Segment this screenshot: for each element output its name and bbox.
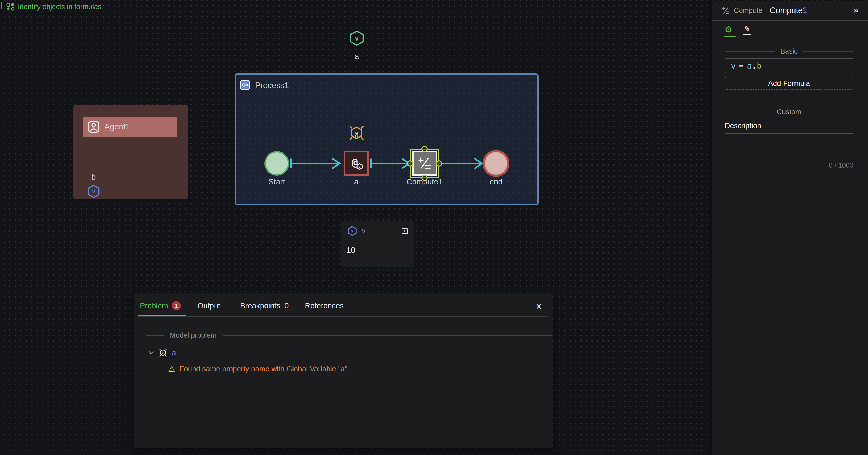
tabbar-divider (725, 37, 854, 37)
identify-objects-toolbar[interactable]: Identify objects in formulas (6, 3, 101, 11)
char-counter: 0 / 1000 (725, 161, 854, 169)
agent-person-icon (88, 121, 100, 133)
identify-objects-label: Identify objects in formulas (18, 3, 101, 11)
agent-variable-node[interactable]: v (87, 184, 100, 198)
global-variable-label: a (331, 52, 383, 61)
port-handle-top[interactable] (422, 146, 428, 152)
agent-header[interactable]: Agent1 (83, 117, 177, 137)
problem-tree-item: v a (148, 348, 176, 357)
problem-warning-row: ⚠ Found same property name with Global V… (168, 364, 347, 373)
node-type-label: Compute (734, 6, 763, 14)
breakpoints-count: 0 (284, 301, 288, 310)
chevron-down-icon[interactable] (148, 350, 154, 356)
compute-icon (418, 157, 431, 170)
basic-section-title: Basic (780, 47, 798, 56)
port-handle-left[interactable] (407, 160, 413, 167)
start-node[interactable] (265, 151, 289, 176)
end-node[interactable] (483, 150, 509, 177)
canvas-scrollbar[interactable] (1, 2, 2, 9)
problem-count-badge: 1 (172, 301, 181, 311)
objects-icon (6, 3, 14, 11)
properties-panel: Compute Compute1 » ⚙ ✎ Basic v = a . b A… (712, 1, 868, 455)
tab-problem[interactable]: Problem 1 (140, 301, 181, 311)
node-name-title: Compute1 (770, 6, 807, 15)
formula-dot: . (752, 61, 757, 70)
agent-variable-label: b (67, 172, 120, 182)
agent-reference-label: a (330, 177, 382, 186)
problem-object-link[interactable]: a (172, 349, 176, 357)
compute-node[interactable] (412, 151, 437, 176)
formula-object: a (747, 61, 752, 70)
value-card-name: v (362, 227, 366, 235)
card-divider (341, 241, 414, 241)
agent-title: Agent1 (104, 122, 130, 132)
bottom-panel-tabbar: Problem 1 Output Breakpoints 0 Reference… (140, 301, 344, 311)
description-textarea[interactable] (725, 133, 854, 159)
active-tab-underline (724, 36, 736, 37)
canvas[interactable]: Identify objects in formulas v a Process… (0, 0, 868, 455)
hexagon-letter: v (349, 30, 364, 46)
property-hexagon-icon: v (158, 348, 167, 357)
formula-equals: = (736, 61, 747, 70)
description-label: Description (725, 122, 761, 130)
formula-property: b (757, 61, 762, 70)
svg-text:v: v (359, 165, 361, 169)
port-handle-right[interactable] (436, 160, 442, 167)
add-formula-button[interactable]: Add Formula (725, 77, 854, 90)
terminal-icon[interactable] (402, 228, 408, 234)
basic-section-header: Basic (725, 47, 854, 56)
model-problem-title: Model problem (170, 331, 217, 339)
model-problem-section: Model problem (146, 331, 552, 339)
tabbar-divider (138, 316, 548, 317)
warning-icon: ⚠ (168, 364, 175, 373)
properties-tabbar: ⚙ ✎ (725, 24, 854, 34)
process-icon (240, 80, 250, 90)
value-inspector-card: v v 10 (341, 221, 414, 267)
warning-message: Found same property name with Global Var… (180, 365, 347, 373)
global-variable-node[interactable]: v (349, 30, 364, 46)
tab-settings gear-icon[interactable]: ⚙ (725, 24, 733, 34)
properties-header: Compute Compute1 » (712, 1, 868, 21)
compute-node-label: Compute1 (398, 177, 451, 186)
tab-breakpoints[interactable]: Breakpoints 0 (240, 301, 288, 310)
start-node-label: Start (251, 177, 303, 186)
process-property-label: a (331, 130, 383, 139)
at-variable-icon: @ v (349, 156, 364, 171)
compute-type-icon (722, 6, 730, 14)
bottom-panel: Problem 1 Output Breakpoints 0 Reference… (134, 293, 553, 448)
hexagon-letter: v (87, 184, 100, 198)
formula-input[interactable]: v = a . b (725, 58, 854, 73)
value-card-value: 10 (346, 246, 355, 255)
end-node-label: end (470, 177, 522, 186)
tab-edit pencil-icon[interactable]: ✎ (743, 24, 751, 34)
formula-lhs: v (731, 61, 736, 70)
collapse-panel-icon[interactable]: » (853, 6, 859, 15)
close-icon[interactable]: ✕ (535, 302, 542, 311)
agent-reference-node[interactable]: @ v (344, 151, 369, 176)
process-title: Process1 (255, 81, 289, 90)
tab-references[interactable]: References (305, 301, 343, 310)
custom-section-title: Custom (777, 108, 801, 116)
custom-section-header: Custom (725, 108, 854, 116)
tab-output[interactable]: Output (197, 301, 220, 310)
svg-text:v: v (162, 352, 163, 354)
variable-hexagon-icon: v (347, 226, 357, 236)
